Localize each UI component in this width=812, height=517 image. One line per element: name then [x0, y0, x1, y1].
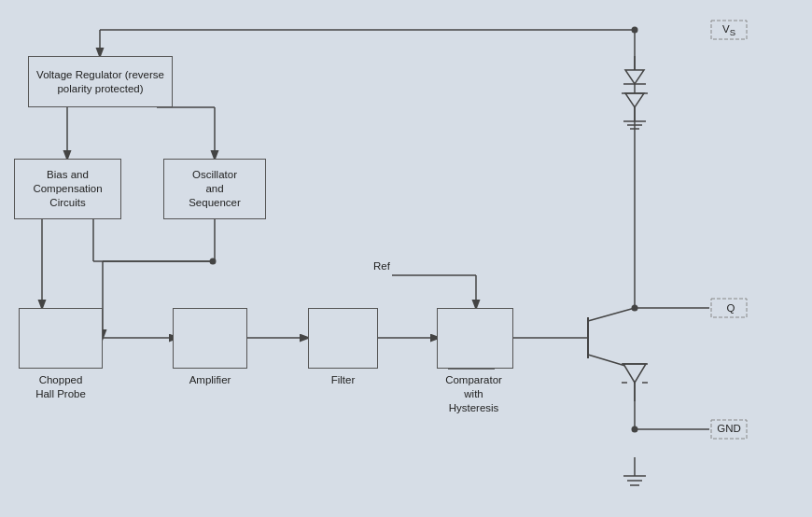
- gnd-label: GND: [711, 422, 747, 436]
- amplifier-label: Amplifier: [173, 373, 247, 387]
- chopped-hall-block: [19, 308, 103, 369]
- filter-block: [308, 308, 378, 369]
- svg-line-40: [588, 308, 635, 321]
- vs-label: VS: [712, 22, 746, 39]
- q-label: Q: [717, 301, 745, 315]
- svg-marker-32: [625, 93, 644, 107]
- bias-compensation-label: Bias andCompensationCircuits: [33, 168, 102, 210]
- comparator-label: ComparatorwithHysteresis: [425, 373, 523, 415]
- ref-label: Ref: [373, 259, 390, 273]
- comparator-block: [437, 308, 513, 369]
- oscillator-sequencer-block: OscillatorandSequencer: [163, 159, 266, 219]
- voltage-regulator-label: Voltage Regulator (reverse polarity prot…: [29, 68, 172, 96]
- voltage-regulator-block: Voltage Regulator (reverse polarity prot…: [28, 56, 173, 107]
- amplifier-block: [173, 308, 247, 369]
- svg-marker-44: [623, 364, 646, 383]
- oscillator-sequencer-label: OscillatorandSequencer: [189, 168, 241, 210]
- svg-marker-30: [625, 70, 644, 84]
- bias-compensation-block: Bias andCompensationCircuits: [14, 159, 121, 219]
- filter-label: Filter: [308, 373, 378, 387]
- chopped-hall-label: ChoppedHall Probe: [19, 373, 103, 401]
